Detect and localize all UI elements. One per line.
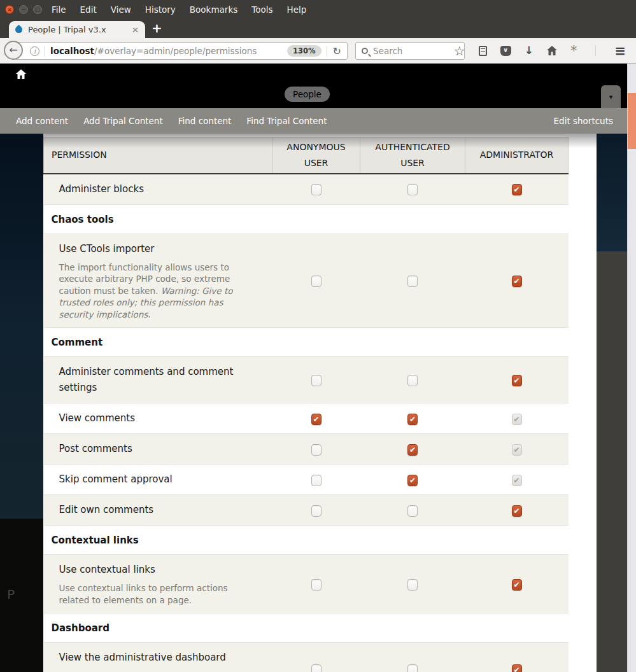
unchecked-checkbox[interactable]: ✔ bbox=[407, 276, 418, 287]
window-minimize-icon[interactable]: − bbox=[19, 5, 28, 14]
unchecked-checkbox[interactable]: ✔ bbox=[407, 375, 418, 386]
home-icon[interactable] bbox=[547, 46, 557, 55]
permission-label: Use CTools importer bbox=[59, 241, 250, 257]
menubar-item-tools[interactable]: Tools bbox=[251, 4, 272, 15]
checked-checkbox[interactable]: ✔ bbox=[512, 276, 522, 287]
unchecked-checkbox[interactable]: ✔ bbox=[311, 505, 322, 517]
zoom-level-badge[interactable]: 130% bbox=[287, 45, 322, 57]
checkbox-cell: ✔ bbox=[465, 465, 569, 495]
checkbox-cell: ✔ bbox=[360, 465, 465, 495]
checked-checkbox[interactable]: ✔ bbox=[407, 475, 418, 486]
url-bar[interactable]: i localhost /#overlay=admin/people/permi… bbox=[14, 42, 348, 60]
admin-home-icon[interactable] bbox=[16, 69, 26, 79]
column-header-administrator: ADMINISTRATOR bbox=[465, 137, 569, 174]
new-tab-button[interactable]: + bbox=[152, 20, 162, 36]
shortcut-find-content[interactable]: Find content bbox=[178, 116, 232, 126]
checkbox-cell: ✔ bbox=[272, 555, 360, 613]
admin-menu-item-appearance[interactable]: Appearance bbox=[223, 89, 275, 99]
browser-scrollbar[interactable] bbox=[627, 64, 636, 672]
search-input[interactable] bbox=[373, 46, 449, 56]
unchecked-checkbox[interactable]: ✔ bbox=[311, 475, 322, 486]
menubar-item-help[interactable]: Help bbox=[287, 4, 307, 15]
window-close-icon[interactable]: × bbox=[5, 5, 14, 14]
checked-checkbox[interactable]: ✔ bbox=[512, 375, 522, 386]
checkbox-cell: ✔ bbox=[360, 357, 465, 403]
site-info-icon[interactable]: i bbox=[30, 46, 39, 56]
menubar-item-view[interactable]: View bbox=[111, 4, 131, 15]
admin-menu-item-modules[interactable]: Modules bbox=[339, 89, 375, 99]
toolbar-toggle-button[interactable]: ▾ bbox=[601, 85, 621, 108]
section-title: Dashboard bbox=[44, 613, 569, 643]
search-box[interactable] bbox=[355, 42, 465, 60]
menubar-item-bookmarks[interactable]: Bookmarks bbox=[190, 4, 237, 15]
shortcut-add-tripal-content[interactable]: Add Tripal Content bbox=[83, 116, 163, 126]
checkmark-icon: ✔ bbox=[512, 375, 521, 386]
checked-checkbox[interactable]: ✔ bbox=[311, 414, 322, 425]
divider bbox=[45, 46, 45, 57]
toolbar-icons: ☆ ∨ ↓ * ≡ bbox=[454, 38, 626, 63]
edit-shortcuts-link[interactable]: Edit shortcuts bbox=[554, 116, 613, 126]
checkbox-cell: ✔ bbox=[465, 403, 569, 434]
unchecked-checkbox[interactable]: ✔ bbox=[407, 664, 418, 672]
menubar-item-file[interactable]: File bbox=[52, 4, 66, 15]
unchecked-checkbox[interactable]: ✔ bbox=[311, 664, 322, 672]
checkbox-cell: ✔ bbox=[465, 495, 569, 526]
clipboard-icon[interactable] bbox=[479, 46, 487, 56]
checked-checkbox[interactable]: ✔ bbox=[407, 414, 418, 425]
unchecked-checkbox[interactable]: ✔ bbox=[311, 444, 322, 456]
back-button[interactable]: ← bbox=[4, 41, 23, 60]
search-icon bbox=[362, 48, 368, 54]
admin-menu-item-help[interactable]: Help bbox=[514, 89, 534, 99]
checked-checkbox[interactable]: ✔ bbox=[407, 444, 418, 456]
admin-menu-item-people[interactable]: People bbox=[285, 87, 330, 102]
unchecked-checkbox[interactable]: ✔ bbox=[407, 579, 418, 591]
unchecked-checkbox[interactable]: ✔ bbox=[311, 375, 322, 386]
admin-menu-item-configuration[interactable]: Configuration bbox=[391, 89, 449, 99]
checkmark-icon: ✔ bbox=[512, 665, 521, 672]
admin-menu-item-content[interactable]: Content bbox=[78, 89, 113, 99]
admin-menu-item-structure[interactable]: Structure bbox=[129, 89, 169, 99]
shortcut-find-tripal-content[interactable]: Find Tripal Content bbox=[246, 116, 327, 126]
permission-row-edit-own-comments: Edit own comments✔✔✔ bbox=[44, 495, 569, 526]
checked-checkbox[interactable]: ✔ bbox=[512, 184, 522, 195]
checkmark-icon: ✔ bbox=[408, 475, 417, 486]
bookmark-star-icon[interactable]: ☆ bbox=[454, 45, 465, 57]
checkbox-cell: ✔ bbox=[465, 555, 569, 613]
menubar-item-edit[interactable]: Edit bbox=[80, 4, 97, 15]
checkbox-cell: ✔ bbox=[272, 465, 360, 495]
permission-row-use-contextual-links: Use contextual linksUse contextual links… bbox=[44, 555, 569, 613]
checkbox-cell: ✔ bbox=[360, 643, 465, 672]
unchecked-checkbox[interactable]: ✔ bbox=[311, 579, 322, 591]
section-row-comment: Comment bbox=[44, 328, 569, 357]
tab-people-tripal[interactable]: People | Tripal v3.x × bbox=[9, 21, 145, 38]
divider bbox=[327, 46, 327, 57]
downloads-icon[interactable]: ↓ bbox=[525, 45, 534, 56]
checkmark-icon: ✔ bbox=[512, 475, 521, 486]
reload-icon[interactable]: ↻ bbox=[333, 45, 341, 57]
unchecked-checkbox[interactable]: ✔ bbox=[407, 184, 418, 195]
menu-hamburger-icon[interactable]: ≡ bbox=[614, 43, 626, 59]
section-row-chaos-tools: Chaos tools bbox=[44, 204, 569, 234]
scrollbar-thumb[interactable] bbox=[628, 93, 636, 149]
checkmark-icon: ✔ bbox=[512, 580, 521, 591]
section-title: Contextual links bbox=[44, 526, 569, 555]
checked-checkbox[interactable]: ✔ bbox=[512, 664, 522, 672]
tab-close-icon[interactable]: × bbox=[132, 25, 139, 34]
admin-menu-item-dashboard[interactable]: Dashboard bbox=[16, 89, 62, 99]
logout-link[interactable]: Log out bbox=[548, 71, 580, 81]
unchecked-checkbox[interactable]: ✔ bbox=[311, 184, 322, 195]
admin-menu-item-reports[interactable]: Reports bbox=[465, 89, 498, 99]
checked-checkbox[interactable]: ✔ bbox=[512, 579, 522, 591]
window-maximize-icon[interactable]: □ bbox=[33, 5, 42, 14]
extension-icon[interactable]: * bbox=[570, 48, 577, 54]
shortcut-add-content[interactable]: Add content bbox=[16, 116, 68, 126]
unchecked-checkbox[interactable]: ✔ bbox=[311, 276, 322, 287]
admin-menu-item-tripal[interactable]: Tripal bbox=[185, 89, 208, 99]
permission-description: The import functionality allows users to… bbox=[59, 262, 245, 321]
pocket-icon[interactable]: ∨ bbox=[500, 46, 511, 56]
browser-window: × − □ FileEditViewHistoryBookmarksToolsH… bbox=[0, 0, 636, 672]
checked-checkbox[interactable]: ✔ bbox=[512, 505, 522, 517]
unchecked-checkbox[interactable]: ✔ bbox=[407, 505, 418, 517]
menubar-item-history[interactable]: History bbox=[145, 4, 176, 15]
checkbox-cell: ✔ bbox=[465, 174, 569, 205]
